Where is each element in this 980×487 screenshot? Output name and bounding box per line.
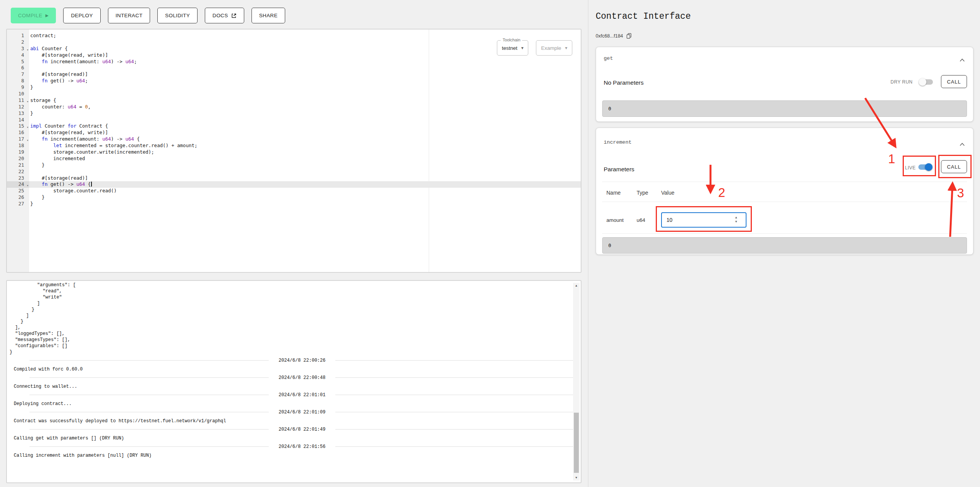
line-number: 23 (7, 175, 29, 182)
table-border (602, 202, 967, 202)
code-line[interactable]: fn get() -> u64 { (29, 181, 581, 188)
terminal-json-output: "arguments": [ "read", "write" ] } ] } ]… (7, 281, 581, 356)
log-timestamp: 2024/6/8 22:01:01 (279, 392, 325, 398)
line-number: 19 (7, 149, 29, 156)
line-number: 27 (7, 201, 29, 207)
param-name: amount (606, 217, 624, 223)
log-message: Deploying contract... (14, 401, 581, 407)
line-number: 16 (7, 130, 29, 136)
top-toolbar: COMPILE ▶ DEPLOY INTERACT SOLIDITY DOCS … (11, 8, 285, 23)
code-line[interactable]: #[storage(read)] (29, 175, 581, 182)
live-toggle[interactable] (918, 163, 933, 171)
code-line[interactable]: #[storage(read)] (29, 71, 581, 78)
collapse-chevron-icon[interactable] (960, 141, 965, 148)
toolchain-select[interactable]: Toolchain testnet ▾ (497, 40, 529, 56)
code-line[interactable]: fn get() -> u64; (29, 78, 581, 84)
docs-button[interactable]: DOCS (205, 8, 244, 23)
function-name: get (604, 56, 613, 61)
line-number: 15▾ (7, 123, 29, 130)
line-number: 21 (7, 162, 29, 169)
solidity-button-label: SOLIDITY (165, 13, 190, 18)
live-toggle-label: LIVE (905, 165, 916, 171)
call-button-increment[interactable]: CALL (941, 160, 967, 173)
deploy-button-label: DEPLOY (71, 13, 93, 18)
log-timestamp: 2024/6/8 22:01:56 (279, 444, 325, 449)
code-line[interactable] (29, 91, 581, 97)
call-button-get[interactable]: CALL (941, 75, 967, 88)
interact-button[interactable]: INTERACT (108, 8, 150, 23)
play-icon: ▶ (46, 13, 49, 18)
dry-run-toggle[interactable] (919, 78, 933, 86)
function-card-get: get No Parameters DRY RUN CALL 0 (596, 47, 973, 122)
compile-button[interactable]: COMPILE ▶ (11, 8, 56, 23)
code-editor[interactable]: 123▾4567891011▾12131415▾1617▾18192021222… (7, 30, 581, 272)
line-number: 17▾ (7, 136, 29, 143)
code-line[interactable]: counter: u64 = 0, (29, 104, 581, 110)
editor-controls: Toolchain testnet ▾ Example ▾ (497, 40, 572, 56)
code-line[interactable]: incremented (29, 156, 581, 162)
line-number: 2 (7, 39, 29, 46)
code-line[interactable]: fn increment(amount: u64) -> u64; (29, 59, 581, 65)
log-timestamp: 2024/6/8 22:00:48 (279, 375, 325, 380)
line-number: 22 (7, 169, 29, 175)
log-entry: 2024/6/8 22:01:49Calling get with parame… (10, 427, 581, 441)
terminal-scrollbar[interactable]: ▲ ▼ (573, 283, 580, 480)
code-line[interactable]: storage.counter.write(incremented); (29, 149, 581, 156)
code-line[interactable]: } (29, 110, 581, 117)
solidity-button[interactable]: SOLIDITY (157, 8, 198, 23)
param-value-input[interactable] (661, 212, 746, 228)
code-pane[interactable]: contract;abi Counter { #[storage(read, w… (29, 30, 581, 272)
share-button-label: SHARE (259, 13, 278, 18)
code-line[interactable]: #[storage(read, write)] (29, 130, 581, 136)
code-line[interactable]: } (29, 84, 581, 91)
interact-button-label: INTERACT (116, 13, 143, 18)
code-line[interactable]: } (29, 201, 581, 207)
column-header-name: Name (606, 190, 621, 196)
page-title: Contract Interface (596, 11, 691, 21)
code-line[interactable]: let incremented = storage.counter.read()… (29, 143, 581, 149)
text-cursor (91, 182, 92, 187)
toolchain-select-label: Toolchain (501, 38, 522, 42)
line-number: 14 (7, 117, 29, 123)
scrollbar-thumb[interactable] (574, 413, 579, 473)
code-lines: contract;abi Counter { #[storage(read, w… (29, 33, 581, 207)
log-timestamp: 2024/6/8 22:00:26 (279, 358, 325, 363)
code-line[interactable] (29, 169, 581, 175)
copy-icon[interactable] (626, 33, 632, 39)
example-select[interactable]: Example ▾ (536, 40, 572, 56)
code-line[interactable]: fn increment(amount: u64) -> u64 { (29, 136, 581, 143)
code-line[interactable] (29, 65, 581, 71)
stepper-up-icon[interactable]: ▲ (735, 215, 738, 220)
code-line[interactable] (29, 117, 581, 123)
log-entry: 2024/6/8 22:00:26Compiled with forc 0.60… (10, 358, 581, 372)
line-number: 24▾ (7, 181, 29, 188)
panel-divider (588, 0, 588, 487)
collapse-chevron-icon[interactable] (960, 56, 965, 63)
no-parameters-label: No Parameters (604, 79, 644, 86)
toggle-thumb (925, 163, 933, 171)
terminal-log-panel: "arguments": [ "read", "write" ] } ] } ]… (6, 280, 581, 483)
chevron-down-icon: ▾ (521, 45, 523, 51)
line-number: 18 (7, 143, 29, 149)
share-button[interactable]: SHARE (252, 8, 286, 23)
code-line[interactable]: } (29, 194, 581, 201)
stepper-down-icon[interactable]: ▼ (735, 220, 738, 224)
line-number: 6 (7, 65, 29, 71)
result-box-increment: 0 (602, 237, 967, 254)
code-line[interactable]: storage.counter.read() (29, 188, 581, 194)
line-number: 3▾ (7, 46, 29, 52)
log-message: Calling increment with parameters [null]… (14, 453, 581, 458)
log-entry: 2024/6/8 22:01:09Contract was successful… (10, 410, 581, 424)
code-line[interactable]: impl Counter for Contract { (29, 123, 581, 130)
deploy-button[interactable]: DEPLOY (63, 8, 100, 23)
function-card-increment: increment Parameters LIVE CALL Name Type… (596, 128, 973, 255)
scroll-down-icon[interactable]: ▼ (573, 476, 580, 479)
number-stepper[interactable]: ▲ ▼ (735, 215, 738, 224)
code-line[interactable]: storage { (29, 97, 581, 104)
code-line[interactable]: contract; (29, 33, 581, 39)
external-link-icon (231, 13, 237, 18)
scroll-up-icon[interactable]: ▲ (573, 284, 580, 287)
code-line[interactable]: } (29, 162, 581, 169)
log-timestamp: 2024/6/8 22:01:49 (279, 427, 325, 432)
line-number-gutter: 123▾4567891011▾12131415▾1617▾18192021222… (7, 30, 29, 272)
